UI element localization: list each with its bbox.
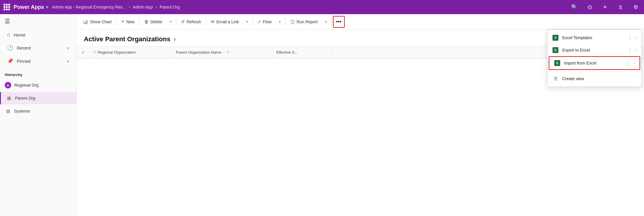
col-parent-label: Parent Organization Name	[176, 50, 221, 55]
flow-icon: ↗	[257, 19, 261, 24]
pinned-caret: ∨	[67, 59, 69, 63]
top-navigation: Power Apps ∨ Admin App - Regional Emerge…	[0, 0, 644, 14]
waffle-icon[interactable]	[4, 4, 10, 10]
delete-dropdown[interactable]: ∨	[166, 16, 175, 28]
col-regional-label: Regional Organization	[98, 50, 136, 55]
breadcrumb-sep2: >	[155, 5, 157, 9]
sort-icon-parent[interactable]: ↑	[223, 51, 225, 54]
run-report-button[interactable]: 📋 Run Report	[287, 16, 321, 28]
create-view-label: Create view	[562, 76, 584, 81]
dropdown-item-import-excel[interactable]: X Import from Excel | ›	[549, 56, 640, 70]
sidebar-item-systems[interactable]: ⊟ Systems	[0, 105, 76, 117]
col-parent-org-name: Parent Organization Name ↑ ▽	[172, 47, 273, 58]
excel-templates-label: Excel Templates	[562, 35, 592, 40]
export-excel-label: Export to Excel	[562, 48, 590, 52]
dropdown-menu: X Excel Templates | › X Export to Excel …	[547, 29, 642, 87]
breadcrumb-app: Admin App - Regional Emergency Res...	[52, 5, 126, 9]
sidebar-item-home[interactable]: ⌂ Home	[2, 29, 74, 41]
toolbar: 📊 Show Chart + New 🗑 Delete ∨ ↺ Refresh	[77, 14, 644, 29]
hamburger-menu[interactable]: ☰	[0, 14, 76, 28]
excel-templates-icon: X	[552, 34, 559, 41]
regional-org-icon: ●	[5, 82, 11, 88]
separator-6	[285, 18, 285, 26]
sidebar: ☰ ⌂ Home 🕐 Recent ∨ 📌 Pinned ∨ Hierarchy…	[0, 14, 77, 216]
create-view-icon: ☰	[552, 75, 559, 82]
excel-icon-import: X	[554, 60, 560, 66]
sidebar-item-recent[interactable]: 🕐 Recent ∨	[2, 42, 74, 54]
refresh-button[interactable]: ↺ Refresh	[177, 16, 205, 28]
settings-button[interactable]: ⚙	[631, 2, 640, 12]
breadcrumb-admin: Admin App	[133, 5, 153, 9]
parent-org-icon: ⊞	[6, 95, 12, 101]
more-button[interactable]: •••	[333, 16, 345, 28]
import-excel-label: Import from Excel	[564, 61, 596, 65]
delete-icon: 🗑	[144, 19, 149, 24]
run-report-label: Run Report	[297, 19, 318, 24]
recent-caret: ∨	[67, 46, 69, 50]
systems-icon: ⊟	[5, 108, 11, 114]
run-report-icon: 📋	[290, 19, 295, 24]
filter-icon[interactable]: ⧖	[616, 2, 625, 12]
systems-label: Systems	[14, 109, 30, 113]
add-button[interactable]: +	[600, 2, 610, 12]
content-area: 📊 Show Chart + New 🗑 Delete ∨ ↺ Refresh	[77, 14, 644, 216]
flow-dropdown[interactable]: ∨	[276, 16, 284, 28]
search-button[interactable]: 🔍	[570, 2, 579, 12]
flow-button[interactable]: ↗ Flow	[254, 16, 275, 28]
breadcrumb-current: Parent Org	[160, 5, 180, 9]
sidebar-recent-label: Recent	[17, 45, 31, 50]
new-button[interactable]: + New	[118, 16, 138, 28]
delete-button[interactable]: 🗑 Delete	[141, 16, 166, 28]
email-link-label: Email a Link	[216, 19, 239, 24]
view-list-icon: ☰	[553, 76, 558, 82]
view-title: Active Parent Organizations	[84, 35, 170, 43]
refresh-icon: ↺	[181, 19, 185, 24]
recent-icon[interactable]: ⊙	[585, 2, 594, 12]
app-name[interactable]: Power Apps ∨	[14, 4, 48, 10]
chevron-export: ›	[635, 48, 637, 52]
home-icon: ⌂	[7, 32, 10, 38]
breadcrumb: Admin App - Regional Emergency Res... > …	[52, 5, 566, 9]
new-label: New	[126, 19, 135, 24]
filter-icon-parent[interactable]: ▽	[226, 50, 229, 55]
hierarchy-section-label: Hierarchy	[0, 68, 76, 79]
dropdown-item-excel-templates[interactable]: X Excel Templates | ›	[547, 32, 641, 44]
col-regional-org: ▽ Regional Organization	[90, 47, 172, 58]
sidebar-home-label: Home	[14, 32, 25, 37]
email-dropdown[interactable]: ∨	[243, 16, 251, 28]
separator-4	[206, 18, 206, 26]
checkbox-icon: ✓	[81, 50, 85, 55]
import-excel-icon: X	[554, 60, 560, 66]
breadcrumb-sep1: >	[128, 5, 130, 9]
app-name-caret[interactable]: ∨	[46, 5, 48, 9]
delete-label: Delete	[151, 19, 162, 24]
pipe-separator-1: |	[629, 35, 631, 41]
separator-2	[139, 18, 140, 26]
sidebar-item-pinned[interactable]: 📌 Pinned ∨	[2, 55, 74, 67]
flow-label: Flow	[263, 19, 272, 24]
export-excel-icon: X	[552, 47, 559, 53]
new-icon: +	[121, 19, 125, 25]
sidebar-pinned-label: Pinned	[17, 59, 31, 64]
run-report-dropdown[interactable]: ∨	[322, 16, 330, 28]
regional-org-label: Regional Org	[14, 83, 39, 88]
recent-icon: 🕐	[7, 45, 13, 51]
more-icon: •••	[336, 19, 341, 25]
separator-7	[331, 18, 332, 26]
dropdown-item-create-view[interactable]: ☰ Create view	[547, 72, 641, 85]
excel-icon-templates: X	[553, 35, 558, 41]
show-chart-button[interactable]: 📊 Show Chart	[79, 16, 115, 28]
email-link-button[interactable]: ✉ Email a Link	[207, 16, 242, 28]
dropdown-item-export-excel[interactable]: X Export to Excel | ›	[547, 44, 641, 56]
sidebar-item-parent-org[interactable]: ⊞ Parent Org	[0, 92, 76, 104]
pipe-separator-2: |	[629, 47, 631, 53]
email-icon: ✉	[211, 19, 215, 24]
separator-1	[116, 18, 117, 26]
chevron-import: ›	[634, 61, 635, 65]
view-title-dropdown[interactable]: ∨	[173, 37, 176, 42]
main-layout: ☰ ⌂ Home 🕐 Recent ∨ 📌 Pinned ∨ Hierarchy…	[0, 14, 644, 216]
filter-icon-regional[interactable]: ▽	[93, 50, 96, 55]
col-checkbox[interactable]: ✓	[77, 47, 90, 58]
dropdown-separator	[547, 71, 641, 71]
sidebar-item-regional-org[interactable]: ● Regional Org	[0, 79, 76, 91]
